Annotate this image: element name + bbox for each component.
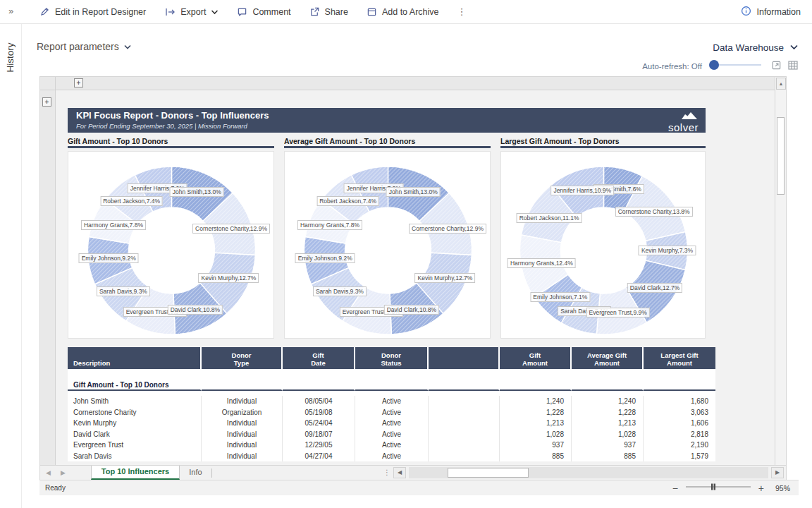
report-sheet: KPI Focus Report - Donors - Top Influenc… [56, 90, 775, 465]
status-bar: Ready − + 95% [39, 480, 799, 495]
table-row: Gift Amount - Top 10 Donors [68, 379, 715, 391]
archive-box-icon [367, 7, 377, 17]
spreadsheet-viewport: + + KPI Focus Report - Donors - Top Infl… [39, 76, 787, 466]
table-row: Evergreen TrustIndividual12/29/05Active9… [68, 440, 715, 451]
scroll-left-button[interactable]: ◀ [393, 467, 406, 478]
table-cell: Active [355, 407, 429, 418]
report-table: DescriptionDonor TypeGift DateDonor Stat… [68, 347, 715, 461]
table-section-cell [202, 379, 283, 391]
more-options-button[interactable]: ⋮ [457, 6, 467, 17]
edit-in-report-designer-button[interactable]: Edit in Report Designer [39, 6, 146, 17]
table-cell: Individual [202, 451, 283, 462]
donut-data-label: Evergreen Trust,9.9% [586, 308, 650, 318]
table-spacer [68, 369, 715, 379]
tab-info[interactable]: Info [180, 466, 211, 480]
donut-data-label: Robert Jackson,7.4% [100, 196, 163, 206]
table-cell: 08/05/04 [283, 396, 355, 407]
table-header-cell: Donor Type [202, 347, 283, 369]
donut-data-label: Robert Jackson,7.4% [316, 196, 379, 206]
vertical-scroll-thumb[interactable] [777, 117, 785, 195]
info-circle-icon [741, 6, 751, 18]
add-to-archive-button[interactable]: Add to Archive [367, 7, 439, 17]
table-cell: 1,680 [644, 396, 715, 407]
expand-panel-button[interactable]: » [8, 6, 13, 16]
table-header-cell: Average Gift Amount [572, 347, 644, 369]
donut-data-label: Cornerstone Charity,12.9% [409, 224, 486, 234]
export-button[interactable]: Export [164, 7, 219, 17]
table-cell: 1,240 [572, 396, 644, 407]
table-cell [429, 440, 500, 451]
data-warehouse-selector[interactable]: Data Warehouse [713, 42, 799, 53]
scroll-up-button[interactable]: ▲ [776, 78, 786, 90]
auto-refresh-row: Auto-refresh: Off [642, 59, 799, 73]
solver-logo-icon [677, 110, 699, 122]
table-header-cell: Gift Date [283, 347, 355, 369]
table-row: Sarah DavisIndividual04/27/04Active88588… [68, 451, 715, 462]
donut-data-label: Harmony Grants,7.8% [81, 220, 146, 230]
donut-data-label: Emily Johnson,9.2% [295, 253, 355, 263]
table-row: David ClarkIndividual09/18/07Active1,028… [68, 429, 715, 440]
outline-expand-row-button[interactable]: + [42, 97, 51, 107]
zoom-level-label: 95% [770, 484, 790, 492]
zoom-out-button[interactable]: − [672, 481, 678, 495]
table-section-cell: Gift Amount - Top 10 Donors [68, 379, 202, 391]
data-table-icon[interactable] [787, 60, 799, 73]
report-parameters-toggle[interactable]: Report parameters [37, 41, 132, 52]
table-section-cell [572, 379, 644, 391]
table-cell: Individual [202, 418, 283, 429]
auto-refresh-slider[interactable] [708, 59, 765, 73]
solver-logo: solver [668, 110, 699, 132]
table-cell: Active [355, 440, 429, 451]
horizontal-scroll-track[interactable] [409, 467, 768, 478]
history-tab[interactable]: History [5, 30, 16, 86]
donut-data-label: Robert Jackson,11.1% [517, 213, 582, 223]
donut-data-label: Sarah Davis,9.3% [313, 286, 367, 296]
table-cell: 1,228 [572, 407, 644, 418]
chart-title-underline [68, 146, 274, 148]
table-cell: Cornerstone Charity [68, 407, 202, 418]
table-section-cell [500, 379, 572, 391]
table-cell: Active [355, 429, 429, 440]
table-row: Kevin MurphyIndividual05/24/04Active1,21… [68, 418, 715, 429]
status-ready-label: Ready [45, 480, 66, 496]
table-cell: 04/27/04 [283, 451, 355, 462]
top-toolbar: » Edit in Report Designer Export [0, 0, 812, 24]
table-cell: Individual [202, 396, 283, 407]
comment-button[interactable]: Comment [237, 7, 290, 17]
table-header-cell [429, 347, 500, 369]
outline-corner [40, 77, 56, 90]
table-section-cell [644, 379, 715, 391]
table-cell: Evergreen Trust [68, 440, 202, 451]
donut-data-label: Emily Johnson,9.2% [79, 253, 139, 263]
information-button[interactable]: Information [741, 0, 801, 24]
chart-title-underline [500, 146, 706, 148]
donut-data-label: Jennifer Harris,10.9% [550, 186, 614, 195]
table-cell: 937 [500, 440, 572, 451]
chevron-down-icon [211, 9, 219, 15]
vertical-scrollbar[interactable]: ▲ [775, 77, 786, 465]
tab-top-10-influencers[interactable]: Top 10 Influencers [91, 466, 180, 480]
horizontal-scroll-thumb[interactable] [448, 468, 529, 478]
splitter-handle-icon[interactable]: ⋮ [383, 469, 390, 476]
sheet-nav-left-icon[interactable]: ◀ [46, 469, 51, 476]
table-cell: 05/24/04 [283, 418, 355, 429]
table-section-cell [283, 379, 355, 391]
outline-expand-column-button[interactable]: + [74, 78, 83, 87]
donut-data-label: David Clark,10.8% [168, 305, 223, 315]
table-cell [429, 396, 500, 407]
scroll-right-button[interactable]: ▶ [771, 467, 784, 478]
donut-data-label: Emily Johnson,7.1% [530, 292, 590, 302]
sheet-nav-right-icon[interactable]: ▶ [61, 469, 66, 476]
solver-logo-text: solver [668, 123, 699, 132]
outline-row-strip: + [40, 90, 56, 465]
tab-separator [211, 468, 212, 478]
comment-bubble-icon [237, 7, 247, 17]
open-in-new-icon[interactable] [771, 60, 782, 73]
zoom-in-button[interactable]: + [758, 481, 764, 495]
share-button[interactable]: Share [309, 6, 348, 17]
table-section-cell [429, 379, 500, 391]
table-cell: 1,240 [500, 396, 572, 407]
donut-data-label: David Clark,12.7% [627, 283, 682, 293]
table-cell: 885 [572, 451, 644, 462]
zoom-slider[interactable] [684, 480, 752, 497]
